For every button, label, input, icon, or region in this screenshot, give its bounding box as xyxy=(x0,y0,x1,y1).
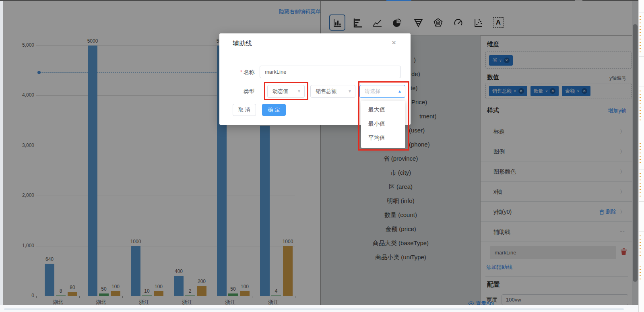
dialog-title: 辅助线 xyxy=(233,39,252,48)
progress-bar-segment-2 xyxy=(575,0,582,1)
progress-bar-segment xyxy=(386,0,411,1)
close-icon[interactable]: × xyxy=(392,38,396,47)
chevron-down-icon: ▼ xyxy=(348,85,352,97)
ok-button[interactable]: 确 定 xyxy=(262,104,286,116)
window-left-edge xyxy=(0,1,3,305)
required-asterisk: * xyxy=(240,69,242,75)
annotation-box-type-select xyxy=(264,82,308,100)
name-input[interactable]: markLine xyxy=(260,66,401,78)
editor-minimap-strip xyxy=(638,0,644,312)
screen: 隐藏右侧编辑菜单 5,0004,0003,0002,0001,0000湖北640… xyxy=(0,0,644,312)
annotation-box-value-select xyxy=(358,81,409,151)
horizontal-scrollbar[interactable] xyxy=(4,308,624,310)
cancel-button[interactable]: 取 消 xyxy=(233,104,256,116)
type-label: 类型 xyxy=(244,88,255,95)
metric-select[interactable]: 销售总额▼ xyxy=(310,85,355,98)
browser-progress-bar xyxy=(0,0,644,1)
name-label: *名称 xyxy=(235,69,255,76)
